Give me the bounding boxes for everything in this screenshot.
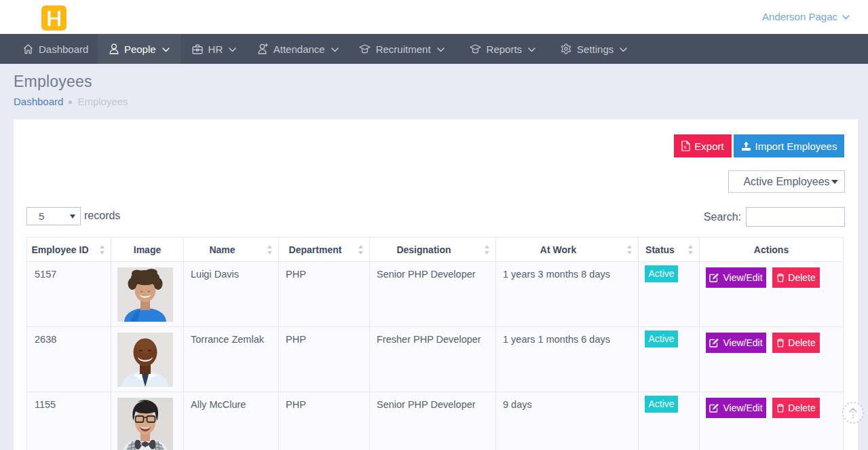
svg-text:x: x [684,144,687,150]
